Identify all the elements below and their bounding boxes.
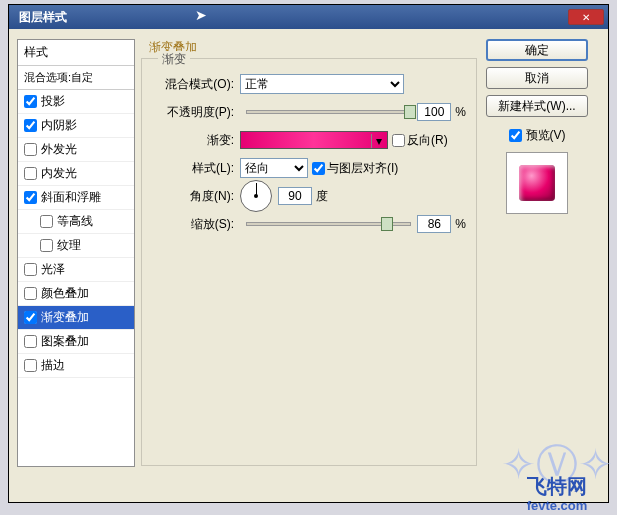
- preview-swatch: [519, 165, 555, 201]
- style-checkbox[interactable]: [24, 119, 37, 132]
- style-select[interactable]: 径向: [240, 158, 308, 178]
- gradient-fieldset: 渐变 混合模式(O): 正常 不透明度(P): % 渐变: ▾: [141, 58, 477, 466]
- angle-unit: 度: [316, 188, 328, 205]
- style-label: 图案叠加: [41, 333, 89, 350]
- style-label: 内阴影: [41, 117, 77, 134]
- cursor-icon: ➤: [195, 7, 207, 23]
- style-label: 渐变叠加: [41, 309, 89, 326]
- angle-label: 角度(N):: [152, 188, 234, 205]
- style-item-0[interactable]: 投影: [18, 90, 134, 114]
- style-item-9[interactable]: 渐变叠加: [18, 306, 134, 330]
- style-checkbox[interactable]: [24, 311, 37, 324]
- blend-mode-select[interactable]: 正常: [240, 74, 404, 94]
- style-checkbox[interactable]: [40, 239, 53, 252]
- align-checkbox[interactable]: [312, 162, 325, 175]
- style-checkbox[interactable]: [40, 215, 53, 228]
- legend: 渐变: [158, 51, 190, 68]
- style-item-7[interactable]: 光泽: [18, 258, 134, 282]
- style-item-10[interactable]: 图案叠加: [18, 330, 134, 354]
- style-checkbox[interactable]: [24, 359, 37, 372]
- preview-checkbox[interactable]: [509, 129, 522, 142]
- angle-input[interactable]: [278, 187, 312, 205]
- cancel-button[interactable]: 取消: [486, 67, 588, 89]
- titlebar: 图层样式 ➤ ✕: [9, 5, 608, 29]
- chevron-down-icon[interactable]: ▾: [371, 134, 385, 148]
- pct-label: %: [455, 105, 466, 119]
- align-label: 与图层对齐(I): [327, 160, 398, 177]
- preview-label: 预览(V): [526, 127, 566, 144]
- style-checkbox[interactable]: [24, 263, 37, 276]
- style-item-1[interactable]: 内阴影: [18, 114, 134, 138]
- style-label: 光泽: [41, 261, 65, 278]
- opacity-input[interactable]: [417, 103, 451, 121]
- watermark: ✧Ⓥ✧ 飞特网 fevte.com: [501, 451, 613, 513]
- style-checkbox[interactable]: [24, 95, 37, 108]
- styles-header[interactable]: 样式: [18, 40, 134, 66]
- reverse-label: 反向(R): [407, 132, 448, 149]
- style-checkbox[interactable]: [24, 167, 37, 180]
- scale-input[interactable]: [417, 215, 451, 233]
- opacity-label: 不透明度(P):: [152, 104, 234, 121]
- style-label: 斜面和浮雕: [41, 189, 101, 206]
- style-item-2[interactable]: 外发光: [18, 138, 134, 162]
- styles-subheader[interactable]: 混合选项:自定: [18, 66, 134, 90]
- style-checkbox[interactable]: [24, 287, 37, 300]
- scale-label: 缩放(S):: [152, 216, 234, 233]
- style-checkbox[interactable]: [24, 143, 37, 156]
- style-item-8[interactable]: 颜色叠加: [18, 282, 134, 306]
- gradient-label: 渐变:: [152, 132, 234, 149]
- style-item-4[interactable]: 斜面和浮雕: [18, 186, 134, 210]
- opacity-slider[interactable]: [246, 110, 411, 114]
- style-item-11[interactable]: 描边: [18, 354, 134, 378]
- angle-dial[interactable]: [240, 180, 272, 212]
- style-label: 描边: [41, 357, 65, 374]
- style-label: 等高线: [57, 213, 93, 230]
- styles-list: 样式 混合选项:自定 投影内阴影外发光内发光斜面和浮雕等高线纹理光泽颜色叠加渐变…: [17, 39, 135, 467]
- preview-box: [506, 152, 568, 214]
- scale-slider[interactable]: [246, 222, 411, 226]
- watermark-url: fevte.com: [501, 498, 613, 513]
- close-button[interactable]: ✕: [568, 9, 604, 25]
- group-title: 渐变叠加: [141, 39, 477, 56]
- pct-label-2: %: [455, 217, 466, 231]
- style-label: 样式(L):: [152, 160, 234, 177]
- new-style-button[interactable]: 新建样式(W)...: [486, 95, 588, 117]
- style-label: 纹理: [57, 237, 81, 254]
- gradient-swatch[interactable]: ▾: [240, 131, 388, 149]
- ok-button[interactable]: 确定: [486, 39, 588, 61]
- window-title: 图层样式: [19, 9, 67, 26]
- style-item-6[interactable]: 纹理: [18, 234, 134, 258]
- style-checkbox[interactable]: [24, 335, 37, 348]
- style-item-3[interactable]: 内发光: [18, 162, 134, 186]
- reverse-checkbox[interactable]: [392, 134, 405, 147]
- style-label: 颜色叠加: [41, 285, 89, 302]
- style-checkbox[interactable]: [24, 191, 37, 204]
- style-item-5[interactable]: 等高线: [18, 210, 134, 234]
- style-label: 投影: [41, 93, 65, 110]
- style-label: 外发光: [41, 141, 77, 158]
- blend-mode-label: 混合模式(O):: [152, 76, 234, 93]
- style-label: 内发光: [41, 165, 77, 182]
